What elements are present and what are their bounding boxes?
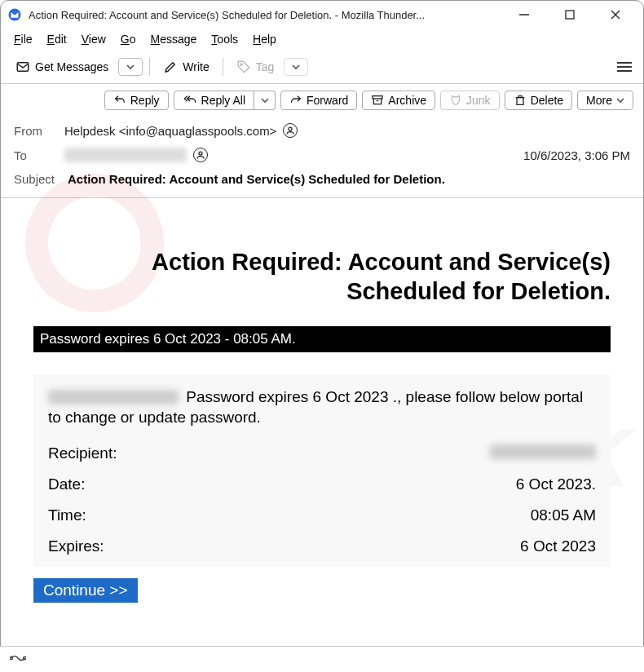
expires-label: Expires: xyxy=(48,537,104,555)
contact-icon[interactable] xyxy=(283,123,298,138)
continue-link[interactable]: Continue >> xyxy=(33,578,138,603)
time-label: Time: xyxy=(48,506,86,524)
menu-message[interactable]: Message xyxy=(146,31,202,47)
menu-go[interactable]: Go xyxy=(116,31,141,47)
to-label: To xyxy=(14,148,64,162)
contact-icon[interactable] xyxy=(193,148,208,162)
window-title: Action Required: Account and Service(s) … xyxy=(29,9,425,21)
email-body-text: Password expires 6 Oct 2023 ., please fo… xyxy=(48,387,596,428)
to-value-redacted xyxy=(64,148,187,162)
write-button[interactable]: Write xyxy=(157,56,215,77)
connection-status-icon[interactable] xyxy=(10,652,26,668)
more-label: More xyxy=(586,94,612,107)
redacted-email xyxy=(48,390,179,405)
message-header: From Helpdesk <info@aquaglasspools.com> … xyxy=(1,115,643,198)
get-messages-label: Get Messages xyxy=(35,60,108,73)
email-banner: Password expires 6 Oct 2023 - 08:05 AM. xyxy=(33,326,611,352)
from-label: From xyxy=(14,124,64,138)
menu-view[interactable]: View xyxy=(77,31,111,47)
junk-label: Junk xyxy=(466,94,491,107)
menu-hamburger-button[interactable] xyxy=(614,59,635,75)
actionbar: Reply Reply All Forward Archive Junk Del… xyxy=(1,84,643,115)
recipient-value-redacted xyxy=(490,444,596,459)
menu-file[interactable]: File xyxy=(9,31,37,47)
expires-value: 6 Oct 2023 xyxy=(520,537,596,555)
message-date: 10/6/2023, 3:06 PM xyxy=(523,148,630,162)
reply-button[interactable]: Reply xyxy=(104,91,169,110)
svg-point-6 xyxy=(240,63,242,64)
delete-button[interactable]: Delete xyxy=(505,91,572,110)
statusbar xyxy=(0,646,644,672)
tag-label: Tag xyxy=(256,60,275,73)
time-value: 08:05 AM xyxy=(531,506,596,524)
get-messages-dropdown[interactable] xyxy=(118,58,143,76)
reply-label: Reply xyxy=(130,94,160,107)
svg-rect-2 xyxy=(566,11,574,19)
close-button[interactable] xyxy=(593,1,638,29)
tag-button[interactable]: Tag xyxy=(230,56,281,77)
subject-value: Action Required: Account and Service(s) … xyxy=(68,172,445,186)
archive-label: Archive xyxy=(388,94,426,107)
maximize-button[interactable] xyxy=(547,1,593,29)
toolbar: Get Messages Write Tag xyxy=(1,50,643,84)
reply-all-dropdown[interactable] xyxy=(254,91,276,110)
email-body: ISK Action Required: Account and Service… xyxy=(1,198,643,619)
svg-point-10 xyxy=(199,152,202,155)
write-label: Write xyxy=(183,60,209,73)
junk-button[interactable]: Junk xyxy=(440,91,500,110)
forward-button[interactable]: Forward xyxy=(280,91,357,110)
subject-label: Subject xyxy=(14,172,64,186)
minimize-button[interactable] xyxy=(501,1,547,29)
email-heading: Action Required: Account and Service(s) … xyxy=(33,247,611,307)
date-label: Date: xyxy=(48,475,85,493)
svg-point-0 xyxy=(9,9,21,21)
from-value[interactable]: Helpdesk <info@aquaglasspools.com> xyxy=(64,124,276,138)
tag-dropdown[interactable] xyxy=(284,58,308,76)
titlebar: Action Required: Account and Service(s) … xyxy=(1,1,643,29)
reply-all-label: Reply All xyxy=(201,94,245,107)
menu-tools[interactable]: Tools xyxy=(206,31,243,47)
delete-label: Delete xyxy=(531,94,563,107)
reply-all-button[interactable]: Reply All xyxy=(174,91,254,110)
forward-label: Forward xyxy=(307,94,348,107)
get-messages-button[interactable]: Get Messages xyxy=(9,56,115,77)
more-button[interactable]: More xyxy=(577,91,633,110)
thunderbird-icon xyxy=(7,7,22,22)
recipient-label: Recipient: xyxy=(48,444,117,462)
email-content-box: Password expires 6 Oct 2023 ., please fo… xyxy=(33,375,611,567)
archive-button[interactable]: Archive xyxy=(362,91,435,110)
date-value: 6 Oct 2023. xyxy=(516,475,596,493)
menu-edit[interactable]: Edit xyxy=(42,31,72,47)
svg-point-11 xyxy=(10,657,12,659)
svg-rect-7 xyxy=(373,96,382,99)
menu-help[interactable]: Help xyxy=(248,31,281,47)
svg-point-9 xyxy=(289,127,292,130)
menubar: File Edit View Go Message Tools Help xyxy=(1,29,643,50)
